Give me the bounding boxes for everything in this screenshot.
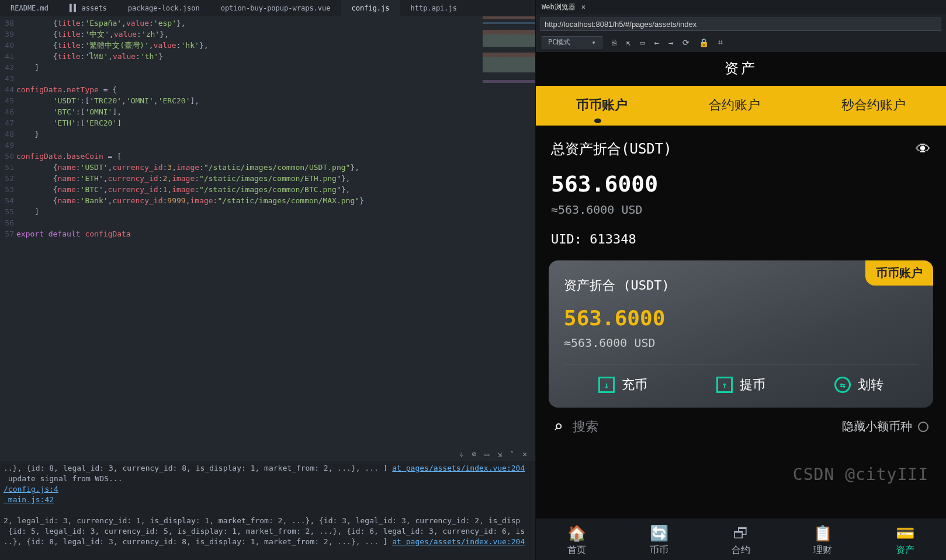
search-icon: ⌕ bbox=[553, 417, 563, 436]
total-assets-sub: ≈563.6000 USD bbox=[551, 203, 931, 217]
browser-panel-close-icon[interactable]: × bbox=[581, 3, 585, 11]
browser-mode-label: PC模式 bbox=[548, 37, 570, 47]
lock-icon[interactable]: 🔒 bbox=[699, 38, 709, 47]
url-bar bbox=[540, 18, 941, 31]
nav-spot-label: 币币 bbox=[650, 544, 668, 556]
tab-seconds[interactable]: 秒合约账户 bbox=[841, 96, 906, 114]
code-editor[interactable]: 38 39 40 41 42 43 44 45 46 47 48 49 50 5… bbox=[0, 16, 535, 447]
code-body[interactable]: {title:'España',value:'esp'}, {title:'中文… bbox=[14, 16, 535, 447]
chevron-down-icon: ▾ bbox=[591, 39, 595, 47]
term-clear-icon[interactable]: ⊘ bbox=[472, 450, 477, 458]
tool-launch-icon[interactable]: ⇱ bbox=[626, 38, 630, 47]
nav-assets[interactable]: 💳资产 bbox=[896, 524, 914, 556]
card-value: 563.6000 bbox=[564, 306, 918, 330]
url-input[interactable] bbox=[540, 18, 941, 31]
action-withdraw-label: 提币 bbox=[740, 376, 765, 394]
browser-toolbar: PC模式▾ ⎘ ⇱ ▭ ← → ⟳ 🔒 ⌗ bbox=[536, 34, 946, 52]
device-frame: 资产 币币账户 合约账户 秒合约账户 总资产折合(USDT) 👁 563.600… bbox=[536, 52, 946, 560]
editor-tab-bar: README.md ▌▌assets package-lock.json opt… bbox=[0, 0, 535, 16]
account-card: 币币账户 资产折合 (USDT) 563.6000 ≈563.6000 USD … bbox=[549, 260, 933, 408]
wallet-icon: 💳 bbox=[896, 524, 914, 542]
deposit-icon: ↓ bbox=[598, 377, 615, 393]
nav-contract[interactable]: 🗗合约 bbox=[732, 524, 750, 556]
eye-icon[interactable]: 👁 bbox=[916, 140, 931, 158]
contract-icon: 🗗 bbox=[733, 524, 749, 542]
tab-httpapi[interactable]: http.api.js bbox=[400, 0, 467, 16]
nav-forward-icon[interactable]: → bbox=[668, 38, 673, 47]
search-placeholder: 搜索 bbox=[573, 418, 598, 436]
home-icon: 🏠 bbox=[567, 524, 586, 542]
tab-indicator bbox=[594, 119, 601, 123]
card-sub: ≈563.6000 USD bbox=[564, 336, 918, 350]
search-box[interactable]: ⌕搜索 bbox=[553, 417, 598, 436]
nav-back-icon[interactable]: ← bbox=[654, 38, 659, 47]
tab-readme[interactable]: README.md bbox=[0, 0, 59, 16]
tool-panel-icon[interactable]: ▭ bbox=[640, 38, 644, 47]
exchange-icon: 🔄 bbox=[650, 524, 668, 542]
minimap[interactable] bbox=[483, 16, 535, 168]
transfer-icon: ⇆ bbox=[834, 377, 851, 393]
action-deposit[interactable]: ↓充币 bbox=[598, 376, 647, 394]
tab-assets[interactable]: ▌▌assets bbox=[59, 0, 117, 16]
qr-icon[interactable]: ⌗ bbox=[718, 37, 723, 47]
page-title: 资产 bbox=[536, 52, 946, 86]
uid-label: UID: 613348 bbox=[551, 232, 931, 246]
nav-assets-label: 资产 bbox=[896, 544, 914, 556]
tab-optionbuy[interactable]: option-buy-popup-wraps.vue bbox=[210, 0, 341, 16]
hide-small-label: 隐藏小额币种 bbox=[842, 419, 912, 434]
action-transfer-label: 划转 bbox=[858, 376, 883, 394]
card-label: 资产折合 (USDT) bbox=[564, 277, 918, 294]
browser-panel-title: Web浏览器 bbox=[542, 2, 576, 12]
line-gutter: 38 39 40 41 42 43 44 45 46 47 48 49 50 5… bbox=[0, 16, 14, 447]
action-transfer[interactable]: ⇆划转 bbox=[834, 376, 883, 394]
tab-spot[interactable]: 币币账户 bbox=[576, 96, 628, 114]
term-close-icon[interactable]: ✕ bbox=[522, 450, 527, 458]
total-assets-value: 563.6000 bbox=[551, 171, 931, 197]
nav-finance[interactable]: 📋理财 bbox=[813, 524, 832, 556]
terminal[interactable]: ..}, {id: 8, legal_id: 3, currency_id: 8… bbox=[0, 461, 535, 560]
nav-spot[interactable]: 🔄币币 bbox=[650, 524, 668, 556]
asset-tabs: 币币账户 合约账户 秒合约账户 bbox=[536, 86, 946, 126]
nav-reload-icon[interactable]: ⟳ bbox=[682, 38, 689, 47]
action-withdraw[interactable]: ↑提币 bbox=[716, 376, 765, 394]
nav-contract-label: 合约 bbox=[732, 544, 750, 556]
folder-icon: ▌▌ bbox=[70, 4, 78, 12]
total-assets-label: 总资产折合(USDT) bbox=[551, 140, 672, 158]
tab-packagelock[interactable]: package-lock.json bbox=[117, 0, 210, 16]
browser-mode-select[interactable]: PC模式▾ bbox=[542, 36, 602, 48]
terminal-controls: ⇓ ⊘ ▭ ⇲ ˄ ✕ bbox=[0, 447, 535, 461]
tool-newwin-icon[interactable]: ⎘ bbox=[612, 38, 616, 47]
card-badge: 币币账户 bbox=[865, 260, 933, 286]
bottom-nav: 🏠首页 🔄币币 🗗合约 📋理财 💳资产 bbox=[536, 519, 946, 560]
term-collapse-icon[interactable]: ˄ bbox=[510, 450, 514, 458]
nav-home[interactable]: 🏠首页 bbox=[567, 524, 586, 556]
term-panel-icon[interactable]: ▭ bbox=[485, 450, 490, 458]
tab-config[interactable]: config.js bbox=[341, 0, 400, 16]
nav-finance-label: 理财 bbox=[813, 544, 832, 556]
doc-icon: 📋 bbox=[813, 524, 832, 542]
action-deposit-label: 充币 bbox=[622, 376, 647, 394]
browser-panel-tab: Web浏览器 × bbox=[536, 0, 946, 14]
radio-icon bbox=[918, 422, 928, 432]
hide-small-toggle[interactable]: 隐藏小额币种 bbox=[842, 419, 928, 434]
nav-home-label: 首页 bbox=[567, 544, 586, 556]
withdraw-icon: ↑ bbox=[716, 377, 733, 393]
term-download-icon[interactable]: ⇓ bbox=[459, 450, 464, 458]
term-popout-icon[interactable]: ⇲ bbox=[497, 450, 502, 458]
tab-contract[interactable]: 合约账户 bbox=[709, 96, 760, 114]
tab-assets-label: assets bbox=[81, 4, 106, 12]
